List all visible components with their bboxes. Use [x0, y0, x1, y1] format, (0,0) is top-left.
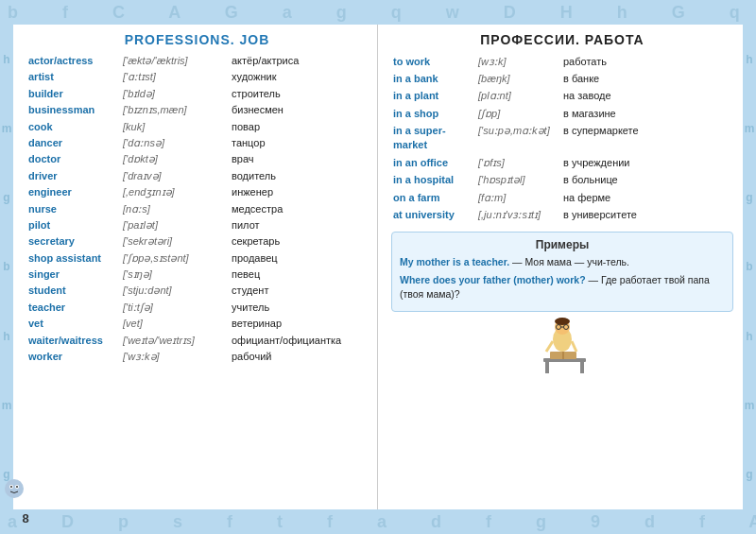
right-panel: ПРОФЕССИИ. РАБОТА to work [wɜːk] работат…: [378, 25, 743, 509]
vocab-ru: танцор: [230, 135, 368, 151]
vocab-ru: секретарь: [230, 233, 368, 250]
vocab-row: vet [vet] ветеринар: [26, 316, 368, 332]
vocab-row: student ['stjuːdənt] студент: [26, 283, 368, 299]
vocab-en: singer: [26, 267, 121, 283]
place-row: on a farm [fɑːm] на ферме: [391, 189, 733, 206]
vocab-trans: ['weɪtə/'weɪtrɪs]: [121, 333, 230, 349]
vocab-en: shop assistant: [26, 250, 121, 267]
vocab-trans: ['dɑːnsə]: [121, 135, 230, 151]
places-table: to work [wɜːk] работать in a bank [bæŋk]…: [391, 53, 733, 224]
vocab-en: vet: [26, 316, 121, 332]
vocab-row: engineer [,endʒɪnɪə] инженер: [26, 184, 368, 200]
vocab-ru: бизнесмен: [230, 102, 368, 118]
place-trans: ['ɒfɪs]: [476, 154, 561, 171]
vocab-trans: ['bɪznɪs,mæn]: [121, 102, 230, 118]
vocab-en: builder: [26, 86, 121, 102]
vocab-en: artist: [26, 69, 121, 85]
svg-point-13: [5, 479, 24, 498]
svg-point-16: [10, 486, 12, 488]
vocab-ru: пилот: [230, 217, 368, 233]
vocab-ru: студент: [230, 283, 368, 299]
vocab-trans: [kuk]: [121, 119, 230, 135]
place-ru: на заводе: [561, 88, 733, 105]
vocab-ru: рабочий: [230, 349, 368, 365]
place-row: in a hospital ['hɒspɪtəl] в больнице: [391, 172, 733, 189]
vocab-en: cook: [26, 119, 121, 135]
vocab-trans: ['paɪlət]: [121, 217, 230, 233]
place-en: in an office: [391, 154, 476, 171]
vocab-trans: ['sekrətəri]: [121, 233, 230, 250]
place-ru: в университете: [561, 207, 733, 224]
vocab-trans: ['ʃɒpə,sɪstənt]: [121, 250, 230, 267]
place-ru: в больнице: [561, 172, 733, 189]
vocab-trans: [nɑːs]: [121, 201, 230, 217]
left-panel: PROFESSIONS. JOB actor/actress ['æktə/'æ…: [13, 25, 378, 509]
vocab-en: waiter/waitress: [26, 333, 121, 349]
place-en: in a bank: [391, 70, 476, 87]
vocab-table: actor/actress ['æktə/'æktris] актёр/актр…: [26, 53, 368, 365]
vocab-row: worker ['wɜːkə] рабочий: [26, 349, 368, 365]
left-side-letters: hmgbhmg: [0, 25, 13, 509]
top-letter-bar: b f C A G a g q w D H h G q A I f W m W …: [0, 0, 756, 25]
vocab-row: singer ['sɪŋə] певец: [26, 267, 368, 283]
vocab-ru: ветеринар: [230, 316, 368, 332]
vocab-ru: инженер: [230, 184, 368, 200]
vocab-en: engineer: [26, 184, 121, 200]
place-ru: в супермаркете: [561, 123, 733, 155]
place-en: at university: [391, 207, 476, 224]
bottom-letter-bar: a D p s f t f a d f g 9 d f A l n p D f …: [0, 509, 756, 534]
vocab-ru: художник: [230, 69, 368, 85]
teacher-illustration: [391, 316, 733, 384]
svg-line-12: [572, 341, 576, 352]
place-en: in a shop: [391, 105, 476, 122]
vocab-ru: водитель: [230, 168, 368, 184]
vocab-trans: ['æktə/'æktris]: [121, 53, 230, 69]
right-side-letters: hmgbhmg: [743, 25, 756, 509]
vocab-ru: медсестра: [230, 201, 368, 217]
vocab-en: driver: [26, 168, 121, 184]
place-trans: [wɜːk]: [476, 53, 561, 70]
place-trans: ['hɒspɪtəl]: [476, 172, 561, 189]
place-row: in a bank [bæŋk] в банке: [391, 70, 733, 87]
place-en: in a super-market: [391, 123, 476, 155]
vocab-trans: [,endʒɪnɪə]: [121, 184, 230, 200]
place-row: in an office ['ɒfɪs] в учреждении: [391, 154, 733, 171]
place-en: to work: [391, 53, 476, 70]
vocab-row: doctor ['dɒktə] врач: [26, 151, 368, 167]
vocab-trans: ['wɜːkə]: [121, 349, 230, 365]
vocab-en: actor/actress: [26, 53, 121, 69]
place-row: in a super-market ['suːpə,mɑːkət] в супе…: [391, 123, 733, 155]
vocab-ru: певец: [230, 267, 368, 283]
vocab-en: nurse: [26, 201, 121, 217]
place-trans: [,juːnɪ'vɜːsɪtɪ]: [476, 207, 561, 224]
place-ru: работать: [561, 53, 733, 70]
svg-line-11: [546, 341, 553, 352]
svg-rect-2: [580, 362, 584, 373]
place-en: in a hospital: [391, 172, 476, 189]
vocab-trans: ['tiːtʃə]: [121, 300, 230, 316]
place-ru: на ферме: [561, 189, 733, 206]
place-en: on a farm: [391, 189, 476, 206]
vocab-ru: врач: [230, 151, 368, 167]
example1: My mother is a teacher. — Моя мама — учи…: [400, 255, 725, 270]
vocab-en: worker: [26, 349, 121, 365]
place-trans: [plɑːnt]: [476, 88, 561, 105]
vocab-row: waiter/waitress ['weɪtə/'weɪtrɪs] официа…: [26, 333, 368, 349]
vocab-trans: ['draɪvə]: [121, 168, 230, 184]
place-trans: [ʃɒp]: [476, 105, 561, 122]
vocab-en: pilot: [26, 217, 121, 233]
vocab-en: teacher: [26, 300, 121, 316]
vocab-en: businessman: [26, 102, 121, 118]
vocab-row: businessman ['bɪznɪs,mæn] бизнесмен: [26, 102, 368, 118]
vocab-trans: ['ɑːtɪst]: [121, 69, 230, 85]
vocab-en: doctor: [26, 151, 121, 167]
place-en: in a plant: [391, 88, 476, 105]
place-row: in a shop [ʃɒp] в магазине: [391, 105, 733, 122]
svg-point-7: [555, 318, 570, 325]
svg-point-17: [16, 486, 18, 488]
vocab-ru: официант/официантка: [230, 333, 368, 349]
right-title: ПРОФЕССИИ. РАБОТА: [391, 32, 733, 47]
vocab-row: driver ['draɪvə] водитель: [26, 168, 368, 184]
example1-rest: — Моя мама — учи-тель.: [509, 256, 629, 267]
vocab-row: shop assistant ['ʃɒpə,sɪstənt] продавец: [26, 250, 368, 267]
